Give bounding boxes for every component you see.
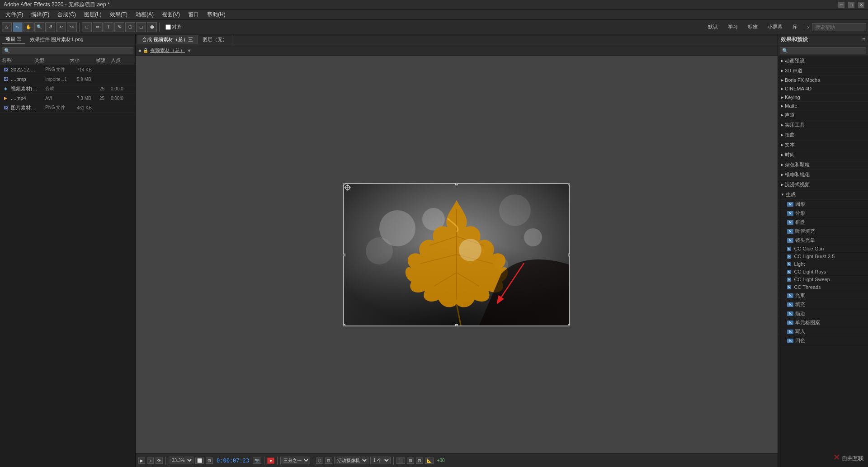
eraser-tool[interactable]: ◻ (136, 22, 146, 32)
ruler-button[interactable]: 📐 (425, 458, 434, 464)
project-tabs: 项目 三 效果控件 图片素材1.png (0, 34, 135, 45)
zoom-select[interactable]: 33.3% 50% 100% (169, 457, 193, 464)
tab-effects-controls[interactable]: 效果控件 图片素材1.png (26, 35, 87, 44)
undo-tool[interactable]: ↩ (56, 22, 66, 32)
help-search[interactable] (812, 23, 866, 31)
tab-project[interactable]: 项目 三 (2, 35, 25, 44)
menu-composition[interactable]: 合成(C) (54, 10, 80, 19)
category-blur[interactable]: ▶ 模糊和锐化 (778, 170, 868, 180)
effect-cell-pattern[interactable]: fx 单元格图案 (778, 318, 868, 327)
camera-select[interactable]: 活动摄像机 (334, 457, 368, 464)
list-item[interactable]: 🖼 图片素材1.png PNG 文件 461 KB (0, 103, 135, 113)
project-search-input[interactable] (2, 47, 133, 54)
hand-tool[interactable]: ✋ (24, 22, 33, 32)
menu-animation[interactable]: 动画(A) (132, 10, 157, 19)
menu-layer[interactable]: 图层(L) (80, 10, 105, 19)
breadcrumb-comp[interactable]: 视频素材（总） (150, 47, 185, 54)
effects-search-input[interactable] (780, 47, 866, 54)
effect-fill[interactable]: fx 填充 (778, 300, 868, 309)
rect-tool[interactable]: □ (82, 22, 92, 32)
viewer-play-button[interactable]: ▶ (138, 458, 145, 464)
fit-button[interactable]: ⬜ (195, 458, 204, 464)
clone-tool[interactable]: ⬡ (125, 22, 135, 32)
pen-tool[interactable]: ✏ (93, 22, 103, 32)
redo-tool[interactable]: ↪ (67, 22, 77, 32)
tab-composition[interactable]: 合成 视频素材（总）三 (137, 35, 198, 44)
toggle-transparency-button[interactable]: ⊟ (325, 458, 332, 464)
effect-lens-flare[interactable]: fx 镜头光晕 (778, 236, 868, 245)
text-tool[interactable]: T (104, 22, 113, 32)
effects-menu-icon[interactable]: ≡ (862, 37, 865, 43)
menu-edit[interactable]: 编辑(E) (28, 10, 53, 19)
effect-cc-light-rays-actual[interactable]: fx CC Light Rays (778, 268, 868, 276)
effect-cc-threads[interactable]: fx CC Threads (778, 283, 868, 291)
maximize-button[interactable]: □ (848, 2, 854, 8)
effect-checkerboard[interactable]: fx 棋盘 (778, 218, 868, 227)
category-keying[interactable]: ▶ Keying (778, 93, 868, 102)
workspace-library[interactable]: 库 (789, 23, 801, 31)
render-button[interactable]: ⬛ (396, 458, 405, 464)
grid-button[interactable]: ⊞ (407, 458, 414, 464)
views-select[interactable]: 1 个 2 个 (370, 457, 391, 464)
select-tool[interactable]: ↖ (13, 22, 23, 32)
effect-fractal[interactable]: fx 分形 (778, 209, 868, 218)
effect-write-on[interactable]: fx 写入 (778, 327, 868, 336)
home-tool[interactable]: ⌂ (2, 22, 12, 32)
category-cinema4d[interactable]: ▶ CINEMA 4D (778, 85, 868, 93)
workspace-small[interactable]: 小屏幕 (764, 23, 786, 31)
effect-cc-glue-gun[interactable]: fx CC Glue Gun (778, 245, 868, 253)
category-immersive[interactable]: ▶ 沉浸式视频 (778, 180, 868, 190)
viewer-step-button[interactable]: ▷ (147, 458, 154, 464)
tab-layer-none[interactable]: 图层（无） (198, 35, 232, 44)
resolution-select[interactable]: 三分之一 二分之一 完整 (280, 457, 310, 464)
region-of-interest-button[interactable]: ⬡ (316, 458, 323, 464)
effect-cc-light-rays[interactable]: fx Light (778, 260, 868, 268)
workspace-default[interactable]: 默认 (704, 23, 722, 31)
menu-help[interactable]: 帮助(H) (203, 10, 229, 19)
category-distort[interactable]: ▶ 扭曲 (778, 130, 868, 140)
category-generate[interactable]: ▼ 生成 (778, 190, 868, 200)
snapshot-button[interactable]: 📷 (253, 458, 261, 464)
category-animation-presets[interactable]: ▶ 动画预设 (778, 56, 868, 66)
effect-eyedropper-fill[interactable]: fx 吸管填充 (778, 227, 868, 236)
rotate-tool[interactable]: ↺ (45, 22, 55, 32)
workspace-standard[interactable]: 标准 (744, 23, 761, 31)
workspace-learn[interactable]: 学习 (724, 23, 741, 31)
list-item[interactable]: ◈ 视频素材(总) 合成 25 0:00:0 (0, 84, 135, 94)
viewer-loop-button[interactable]: ⟳ (156, 458, 163, 464)
close-button[interactable]: ✕ (858, 2, 864, 8)
expand-icon: ▶ (781, 113, 783, 117)
effect-circle[interactable]: fx 圆形 (778, 200, 868, 209)
menu-view[interactable]: 视图(V) (158, 10, 184, 19)
item-in-3: 0:00:0 (111, 86, 133, 91)
viewer-tb-sep2 (264, 457, 264, 465)
category-channel[interactable]: ▶ 声道 (778, 110, 868, 120)
expand-icon: ▶ (781, 163, 783, 167)
effect-cc-light-sweep[interactable]: fx CC Light Sweep (778, 276, 868, 283)
list-item[interactable]: 🖼 ....bmp Importe...1 5.9 MB (0, 75, 135, 84)
category-time[interactable]: ▶ 时间 (778, 150, 868, 160)
category-3d-channel[interactable]: ▶ 3D 声道 (778, 66, 868, 76)
effect-beam[interactable]: fx 光束 (778, 291, 868, 300)
record-button[interactable]: ● (267, 458, 274, 464)
category-utility[interactable]: ▶ 实用工具 (778, 120, 868, 130)
effect-stroke[interactable]: fx 描边 (778, 309, 868, 318)
zoom-tool[interactable]: 🔍 (34, 22, 44, 32)
align-checkbox[interactable] (165, 24, 171, 30)
effect-four-color[interactable]: fx 四色 (778, 336, 868, 345)
safe-zones-button[interactable]: ⊞ (206, 458, 213, 464)
menu-window[interactable]: 窗口 (184, 10, 203, 19)
menu-file[interactable]: 文件(F) (2, 10, 27, 19)
menu-effects[interactable]: 效果(T) (106, 10, 131, 19)
puppet-tool[interactable]: ⬢ (147, 22, 157, 32)
category-matte[interactable]: ▶ Matte (778, 102, 868, 110)
guide-button[interactable]: ⊟ (416, 458, 423, 464)
category-boris-fx[interactable]: ▶ Boris FX Mocha (778, 76, 868, 85)
list-item[interactable]: ▶ ....mp4 AVI 7.3 MB 25 0:00:0 (0, 94, 135, 103)
category-noise[interactable]: ▶ 杂色和颗粒 (778, 160, 868, 170)
list-item[interactable]: 🖼 2022-12....png PNG 文件 714 KB (0, 65, 135, 75)
brush-tool[interactable]: ✎ (114, 22, 124, 32)
minimize-button[interactable]: ─ (838, 2, 844, 8)
category-text[interactable]: ▶ 文本 (778, 140, 868, 150)
effect-cc-light-burst[interactable]: fx CC Light Burst 2.5 (778, 253, 868, 260)
